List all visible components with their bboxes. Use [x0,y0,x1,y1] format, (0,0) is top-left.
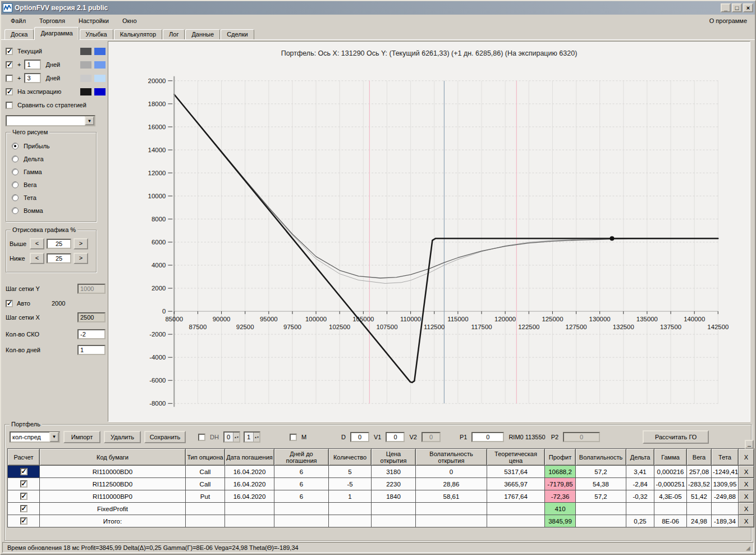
row-delete-button[interactable]: X [739,478,754,490]
table-cell: 410 [545,503,576,515]
days-count-input[interactable] [77,345,106,355]
tab-smile[interactable]: Улыбка [80,29,113,40]
table-row: ✓FixedProfit410X [8,503,754,515]
row-calc-checkbox-cell[interactable]: ✓ [8,490,40,503]
menu-trading[interactable]: Торговля [34,16,70,25]
v1-input[interactable] [386,432,405,442]
chevron-down-icon[interactable]: ▼ [85,116,94,125]
table-cell: 57,2 [576,490,626,503]
app-window: OptionFVV версия 2.1 public _ □ × Файл Т… [0,0,756,555]
calc-go-button[interactable]: Рассчитать ГО [643,430,709,444]
menu-file[interactable]: Файл [6,16,31,25]
row-delete-button[interactable]: X [739,503,754,515]
title-bar: OptionFVV версия 2.1 public _ □ × [1,1,755,15]
minimize-button[interactable]: _ [721,3,731,12]
current-checkbox[interactable]: ✓ [6,48,13,55]
radio-profit[interactable]: Прибыль [12,139,96,152]
compare-label: Сравнить со стратегией [17,102,86,108]
grid-step-y-input[interactable] [77,284,106,294]
save-button[interactable]: Сохранить [144,431,186,443]
dh-spinner-2[interactable]: 1 [244,431,260,443]
tab-deals[interactable]: Сделки [221,29,254,40]
v2-input[interactable] [421,432,441,442]
row-calc-checkbox-cell[interactable]: ✓ [8,466,40,478]
plus3-checkbox[interactable]: ✓ [6,75,13,82]
table-cell: -283,52 [687,478,712,490]
table-cell [416,503,487,515]
plus3-days-input[interactable] [24,73,41,83]
compare-checkbox[interactable]: ✓ [6,102,13,109]
svg-text:120000: 120000 [494,316,516,322]
auto-row: ✓ Авто 2000 [6,298,106,309]
delete-button[interactable]: Удалить [104,431,141,443]
below-decrease-button[interactable]: < [30,253,44,264]
radio-vomma[interactable]: Вомма [12,204,96,217]
row-delete-button[interactable]: X [739,515,754,527]
above-decrease-button[interactable]: < [30,238,44,249]
chevron-down-icon[interactable]: ▼ [49,432,59,442]
row-calc-checkbox-cell[interactable]: ✓ [8,515,40,527]
plus1-days-input[interactable] [24,60,41,70]
tab-log[interactable]: Лог [163,29,185,40]
resize-grip-icon[interactable]: ◢ [746,545,753,552]
dh-spinner-1[interactable]: 0 [223,431,240,443]
below-increase-button[interactable]: > [74,253,88,264]
grid-step-x-input[interactable] [77,312,106,322]
above-value-input[interactable] [47,239,71,249]
menu-settings[interactable]: Настройки [74,16,114,25]
table-cell: FixedProfit [40,503,186,515]
profit-chart[interactable]: 2000018000160001400012000100008000600040… [108,65,750,421]
radio-theta[interactable]: Тета [12,191,96,204]
plus3-line-swatch [80,75,91,82]
radio-vega-label: Вега [24,181,36,188]
table-cell: 54,38 [576,478,626,490]
row-calc-checkbox-cell[interactable]: ✓ [8,503,40,515]
maximize-button[interactable]: □ [732,3,742,12]
d-input[interactable] [350,432,369,442]
portfolio-section: Портфель кол-спред ▼ Импорт Удалить Сохр… [1,422,755,541]
row-calc-checkbox-cell[interactable]: ✓ [8,478,40,490]
row-delete-button[interactable]: X [739,466,754,478]
plus1-checkbox[interactable]: ✓ [6,61,13,69]
sko-input[interactable] [77,329,106,339]
import-button[interactable]: Импорт [63,431,100,443]
radio-vega[interactable]: Вега [12,178,96,191]
radio-gamma[interactable]: Гамма [12,165,96,178]
menu-about[interactable]: О программе [706,16,750,25]
expiration-checkbox[interactable]: ✓ [6,88,13,95]
above-increase-button[interactable]: > [74,238,88,249]
menu-window[interactable]: Окно [117,16,142,25]
collapse-panel-button[interactable]: _ [745,440,754,449]
svg-text:130000: 130000 [589,316,611,322]
p2-input[interactable] [563,432,600,442]
svg-text:92500: 92500 [236,324,254,330]
tab-diagram[interactable]: Диаграмма [34,27,79,40]
tab-data[interactable]: Данные [185,29,220,40]
row-delete-button[interactable]: X [739,490,754,503]
radio-delta[interactable]: Дельта [12,152,96,165]
svg-text:127500: 127500 [566,324,587,330]
auto-checkbox[interactable]: ✓ [6,300,13,307]
table-cell: 4,3E-05 [654,490,687,503]
p1-input[interactable] [471,432,504,442]
m-checkbox[interactable]: ✓ [290,434,297,441]
radio-profit-label: Прибыль [24,143,50,149]
grid-step-y-label: Шаг сетки Y [6,285,77,292]
chart-controls-sidebar: ✓ Текущий ✓ + Дней ✓ + Дней ✓ На экспи [4,41,108,422]
table-row: ✓Итого:3845,990,258E-0624,98-189,34X [8,515,754,527]
table-cell: -7179,85 [545,478,576,490]
p1-label: P1 [459,434,468,440]
preset-dropdown[interactable]: кол-спред ▼ [10,431,60,443]
svg-text:0: 0 [162,308,166,315]
dh-checkbox[interactable]: ✓ [198,434,205,441]
below-value-input[interactable] [47,253,71,263]
strategy-dropdown[interactable]: ▼ [6,115,95,126]
table-cell: 6 [274,478,329,490]
tab-calculator[interactable]: Калькулятор [114,29,162,40]
d-label: D [340,434,347,440]
svg-text:135000: 135000 [636,316,658,322]
close-button[interactable]: × [743,3,753,12]
tab-board[interactable]: Доска [4,29,34,40]
svg-text:95000: 95000 [260,316,278,322]
grid-step-x-row: Шаг сетки X [6,311,106,324]
